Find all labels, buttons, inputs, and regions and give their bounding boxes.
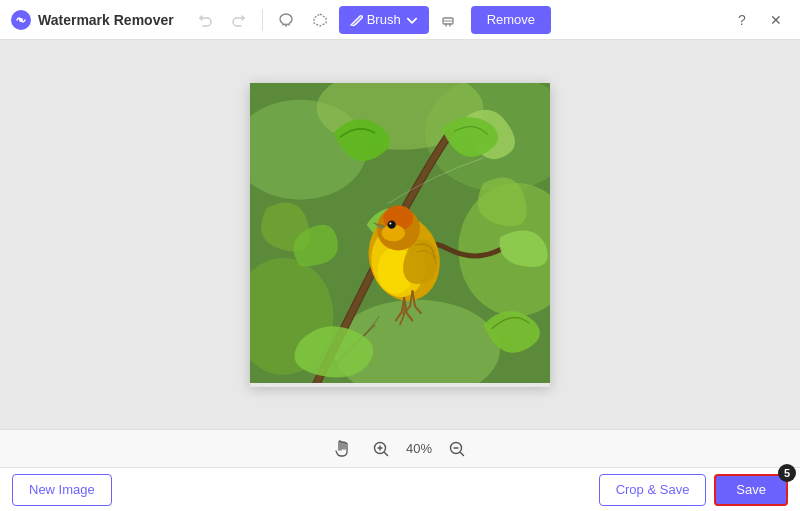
app-title: Watermark Remover (38, 12, 174, 28)
zoom-level: 40% (406, 441, 432, 456)
lasso-tool-button[interactable] (271, 6, 301, 34)
save-wrapper: 5 Save (714, 474, 788, 506)
close-button[interactable]: ✕ (762, 6, 790, 34)
hand-tool-button[interactable] (330, 436, 356, 462)
title-bar: Watermark Remover (0, 0, 800, 40)
svg-point-18 (389, 222, 391, 224)
divider-1 (262, 9, 263, 31)
footer: New Image Crop & Save 5 Save (0, 467, 800, 511)
redo-button[interactable] (224, 6, 254, 34)
app-logo-icon (10, 9, 32, 31)
tool-toolbar: Brush (271, 6, 463, 34)
bird-image (250, 83, 550, 383)
help-button[interactable]: ? (728, 6, 756, 34)
remove-button[interactable]: Remove (471, 6, 551, 34)
brush-label: Brush (367, 12, 401, 27)
window-controls: ? ✕ (728, 6, 790, 34)
footer-right: Crop & Save 5 Save (599, 474, 788, 506)
brush-tool-button[interactable]: Brush (339, 6, 429, 34)
crop-save-button[interactable]: Crop & Save (599, 474, 707, 506)
eraser-tool-button[interactable] (433, 6, 463, 34)
zoom-in-button[interactable] (368, 436, 394, 462)
image-container (250, 83, 550, 387)
canvas-area (0, 40, 800, 429)
svg-point-1 (19, 18, 23, 22)
zoom-bar: 40% (0, 429, 800, 467)
zoom-out-button[interactable] (444, 436, 470, 462)
new-image-button[interactable]: New Image (12, 474, 112, 506)
polygon-tool-button[interactable] (305, 6, 335, 34)
save-button[interactable]: Save (714, 474, 788, 506)
step-badge: 5 (778, 464, 796, 482)
undo-button[interactable] (190, 6, 220, 34)
nav-toolbar (190, 6, 254, 34)
